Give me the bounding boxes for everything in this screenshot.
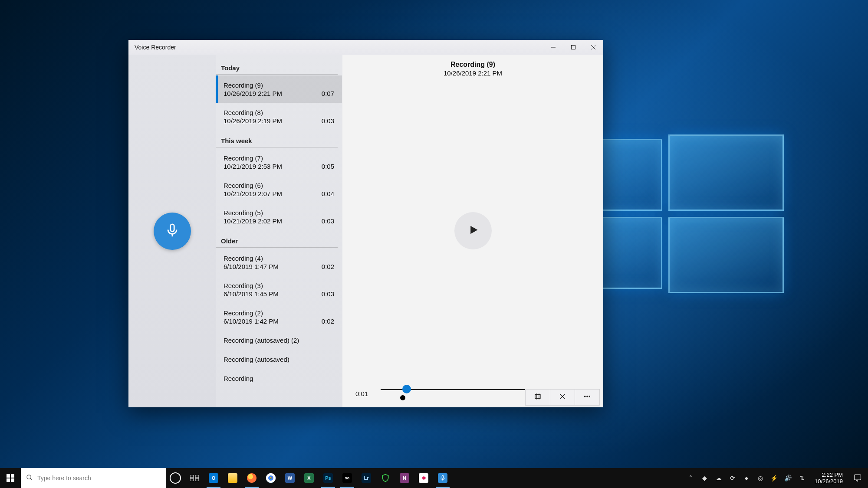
- recording-item[interactable]: Recording (3)6/10/2019 1:45 PM0:03: [216, 276, 342, 303]
- tray-onedrive-icon[interactable]: ☁: [713, 468, 724, 488]
- system-tray[interactable]: ˄ ◆ ☁ ⟳ ● ◎ ⚡ 🔊 ⇅: [685, 468, 810, 488]
- recording-title: Recording: [224, 375, 334, 382]
- tray-sync-icon[interactable]: ⟳: [727, 468, 738, 488]
- recording-item[interactable]: Recording (4)6/10/2019 1:47 PM0:02: [216, 249, 342, 276]
- tray-network-icon[interactable]: ⇅: [796, 468, 808, 488]
- onenote-icon: N: [400, 473, 409, 483]
- svg-rect-1: [572, 46, 575, 49]
- start-button[interactable]: [0, 468, 21, 488]
- recording-item[interactable]: Recording (autosaved) (2): [216, 331, 342, 350]
- recording-length: 0:04: [322, 190, 334, 197]
- recording-length: 0:02: [322, 318, 334, 325]
- titlebar[interactable]: Voice Recorder: [128, 40, 603, 55]
- taskbar-search[interactable]: Type here to search: [21, 468, 166, 488]
- record-button[interactable]: [154, 213, 191, 250]
- recording-item[interactable]: Recording (6)10/21/2019 2:07 PM0:04: [216, 176, 342, 203]
- svg-rect-4: [170, 224, 174, 231]
- taskbar-app-lightroom[interactable]: Lr: [357, 468, 376, 488]
- recording-item[interactable]: Recording (8)10/26/2019 2:19 PM0:03: [216, 103, 342, 130]
- svg-rect-23: [855, 475, 861, 480]
- clock-date: 10/26/2019: [815, 478, 843, 485]
- task-view-icon: [190, 473, 199, 483]
- cortana-icon: [170, 472, 181, 484]
- recording-date: 10/26/2019 2:19 PM: [224, 117, 322, 124]
- taskbar-app-photoshop[interactable]: Ps: [319, 468, 338, 488]
- taskbar-app-cortana[interactable]: [166, 468, 185, 488]
- svg-line-16: [30, 478, 32, 480]
- recording-item[interactable]: Recording (9)10/26/2019 2:21 PM0:07: [216, 75, 342, 103]
- delete-button[interactable]: [550, 390, 575, 405]
- taskbar-app-voice-recorder[interactable]: [433, 468, 452, 488]
- excel-icon: X: [304, 473, 314, 483]
- play-button[interactable]: [454, 212, 492, 249]
- taskbar-app-file-explorer[interactable]: [223, 468, 242, 488]
- taskbar-app-onenote[interactable]: N: [395, 468, 414, 488]
- windows-icon: [7, 474, 14, 482]
- seek-thumb[interactable]: [402, 385, 411, 393]
- taskbar-app-sonos[interactable]: so: [338, 468, 357, 488]
- taskbar-search-placeholder: Type here to search: [37, 475, 91, 481]
- taskbar-clock[interactable]: 2:22 PM 10/26/2019: [810, 468, 847, 488]
- taskbar-app-outlook[interactable]: O: [204, 468, 223, 488]
- svg-point-12: [585, 396, 585, 397]
- detail-toolbar: [525, 389, 600, 406]
- window-title: Voice Recorder: [128, 44, 176, 51]
- tray-bluetooth-icon[interactable]: ●: [741, 468, 752, 488]
- svg-point-14: [589, 396, 590, 397]
- svg-rect-7: [535, 395, 540, 399]
- minimize-button[interactable]: [543, 40, 563, 55]
- file-explorer-icon: [228, 473, 237, 483]
- tray-app-icon[interactable]: ◆: [699, 468, 710, 488]
- trim-marker[interactable]: [400, 395, 405, 400]
- taskbar-app-word[interactable]: W: [280, 468, 299, 488]
- taskbar-app-task-view[interactable]: [185, 468, 204, 488]
- recording-item[interactable]: Recording (5)10/21/2019 2:02 PM0:03: [216, 203, 342, 230]
- recording-length: 0:03: [322, 290, 334, 298]
- windows-logo-art: [573, 139, 781, 304]
- recording-length: 0:05: [322, 163, 334, 170]
- recordings-list[interactable]: TodayRecording (9)10/26/2019 2:21 PM0:07…: [216, 55, 342, 407]
- microphone-icon: [165, 223, 180, 239]
- recording-title: Recording (3): [224, 282, 334, 289]
- action-center-button[interactable]: [847, 468, 868, 488]
- svg-point-15: [27, 475, 31, 479]
- recording-title: Recording (2): [224, 309, 334, 317]
- list-section-header: This week: [216, 130, 338, 147]
- recording-title: Recording (9): [224, 82, 334, 89]
- play-icon: [467, 224, 479, 238]
- recording-length: 0:07: [322, 90, 334, 97]
- trim-button[interactable]: [526, 390, 550, 405]
- recording-title: Recording (8): [224, 109, 334, 116]
- tray-power-icon[interactable]: ⚡: [769, 468, 780, 488]
- svg-rect-17: [190, 475, 194, 478]
- recording-title: Recording (autosaved): [224, 356, 334, 363]
- svg-rect-20: [195, 478, 199, 481]
- recording-detail: Recording (9) 10/26/2019 2:21 PM 0:01 0:…: [342, 55, 603, 407]
- svg-rect-19: [190, 478, 194, 481]
- recording-item[interactable]: Recording (2)6/10/2019 1:42 PM0:02: [216, 303, 342, 331]
- word-icon: W: [285, 473, 295, 483]
- detail-title: Recording (9): [342, 61, 603, 69]
- taskbar-apps: OWXPssoLrN✱: [166, 468, 452, 488]
- recording-item[interactable]: Recording (autosaved): [216, 350, 342, 369]
- recording-item[interactable]: Recording (7)10/21/2019 2:53 PM0:05: [216, 148, 342, 176]
- recording-title: Recording (6): [224, 182, 334, 189]
- notification-icon: [853, 473, 862, 483]
- taskbar-app-excel[interactable]: X: [299, 468, 319, 488]
- search-icon: [26, 474, 33, 482]
- taskbar-app-defender[interactable]: [376, 468, 395, 488]
- close-button[interactable]: [583, 40, 603, 55]
- recording-date: 10/21/2019 2:02 PM: [224, 217, 322, 225]
- tray-steam-icon[interactable]: ◎: [755, 468, 766, 488]
- more-button[interactable]: [575, 390, 599, 405]
- outlook-icon: O: [209, 473, 218, 483]
- taskbar-app-chrome[interactable]: [261, 468, 280, 488]
- maximize-button[interactable]: [563, 40, 583, 55]
- recording-item[interactable]: Recording: [216, 369, 342, 388]
- tray-volume-icon[interactable]: 🔊: [783, 468, 794, 488]
- tray-chevron-icon[interactable]: ˄: [685, 468, 697, 488]
- slack-icon: ✱: [419, 473, 428, 483]
- taskbar-app-slack[interactable]: ✱: [414, 468, 433, 488]
- recording-date: 10/21/2019 2:53 PM: [224, 163, 322, 170]
- taskbar-app-firefox[interactable]: [242, 468, 261, 488]
